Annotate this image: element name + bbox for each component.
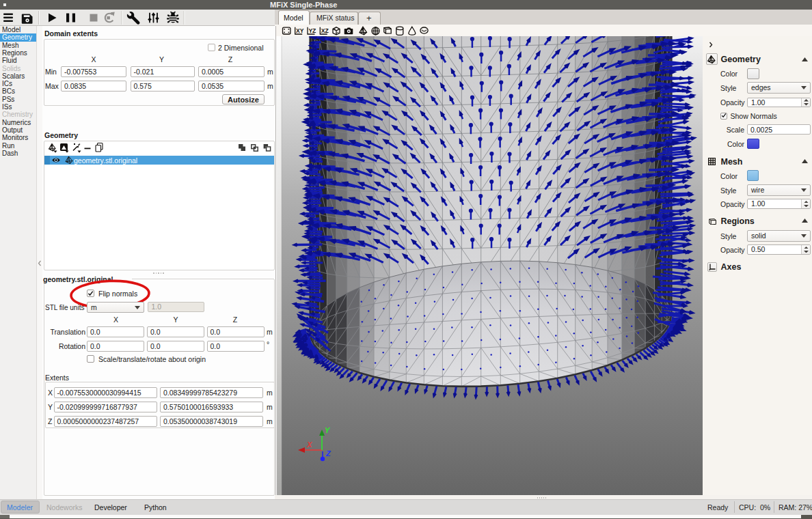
svg-text:YZ: YZ — [308, 27, 316, 34]
svg-text:X: X — [306, 440, 312, 449]
svg-text:Z: Z — [325, 449, 331, 458]
svg-text:XY: XY — [296, 27, 304, 34]
svg-text:XZ: XZ — [321, 27, 329, 34]
